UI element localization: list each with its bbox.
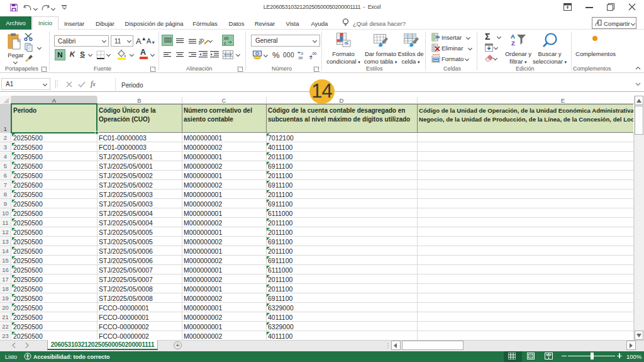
svg-text:.00: .00 [311, 52, 317, 55]
svg-text:ab: ab [224, 36, 229, 40]
svg-text:A: A [511, 33, 515, 40]
svg-text:Z: Z [511, 40, 515, 47]
svg-text:c: c [224, 41, 226, 45]
svg-text:.00: .00 [297, 56, 303, 60]
svg-text:.0: .0 [300, 52, 304, 55]
